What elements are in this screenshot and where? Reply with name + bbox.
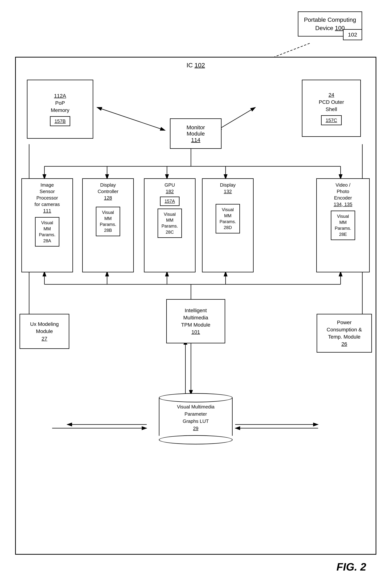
gpu-sub: 157A [160, 197, 180, 206]
power-consumption-label: PowerConsumption &Temp. Module26 [326, 319, 362, 348]
pop-memory-sub: 157B [50, 116, 70, 126]
display-controller-label: DisplayController128 [98, 182, 118, 201]
page: Portable ComputingDevice 100 102 IC 102 [0, 0, 392, 584]
monitor-module-label: MonitorModule114 [186, 124, 205, 143]
visual-params-28a: VisualMMParams.28A [35, 217, 59, 247]
pcd-ic-ref-box: 102 [343, 29, 362, 40]
svg-line-4 [217, 107, 256, 130]
ux-modeling-label: Ux ModelingModule27 [30, 320, 59, 342]
power-consumption-box: PowerConsumption &Temp. Module26 [316, 314, 372, 353]
lut-cylinder-bottom [159, 435, 232, 444]
ux-modeling-box: Ux ModelingModule27 [20, 314, 69, 349]
visual-params-28c: VisualMMParams.28C [158, 209, 182, 238]
display-box: Display132 VisualMMParams.28D [202, 178, 254, 272]
lut-body: Visual MultimediaParameterGraphs LUT29 [159, 398, 232, 436]
gpu-box: GPU182 157A VisualMMParams.28C [144, 178, 196, 272]
lut-label: Visual MultimediaParameterGraphs LUT29 [163, 403, 228, 432]
pop-memory-label: 112APoPMemory [51, 92, 69, 114]
lut-cylinder-top [159, 393, 232, 402]
visual-lut-container: Visual MultimediaParameterGraphs LUT29 [159, 393, 232, 444]
video-encoder-box: Video /PhotoEncoder134, 135 VisualMMPara… [316, 178, 370, 272]
image-sensor-box: ImageSensorProcessorfor cameras111 Visua… [22, 178, 73, 272]
svg-line-3 [97, 107, 165, 130]
pcd-ic-ref: 102 [348, 32, 357, 38]
main-diagram: IC 102 [15, 57, 376, 555]
pop-memory-box: 112APoPMemory 157B [27, 80, 93, 139]
monitor-module-box: MonitorModule114 [170, 118, 222, 149]
ic-label: IC 102 [186, 62, 205, 69]
gpu-label: GPU182 [164, 182, 175, 195]
image-sensor-label: ImageSensorProcessorfor cameras111 [34, 182, 60, 214]
visual-params-28e: VisualMMParams.28E [331, 211, 355, 240]
video-encoder-label: Video /PhotoEncoder134, 135 [334, 182, 352, 208]
svg-line-0 [274, 43, 310, 57]
display-label: Display132 [220, 182, 236, 195]
pcd-outer-shell-sub: 157C [321, 115, 342, 125]
intelligent-tpm-box: IntelligentMultimediaTPM Module101 [166, 299, 225, 343]
pcd-outer-shell-box: 24PCD OuterShell 157C [302, 80, 361, 137]
fig-label: FIG. 2 [336, 560, 366, 573]
visual-params-28b: VisualMMParams.28B [96, 207, 120, 236]
pcd-outer-shell-label: 24PCD OuterShell [319, 91, 344, 113]
display-controller-box: DisplayController128 VisualMMParams.28B [82, 178, 134, 272]
visual-params-28d: VisualMMParams.28D [216, 204, 240, 233]
intelligent-tpm-label: IntelligentMultimediaTPM Module101 [181, 307, 210, 336]
